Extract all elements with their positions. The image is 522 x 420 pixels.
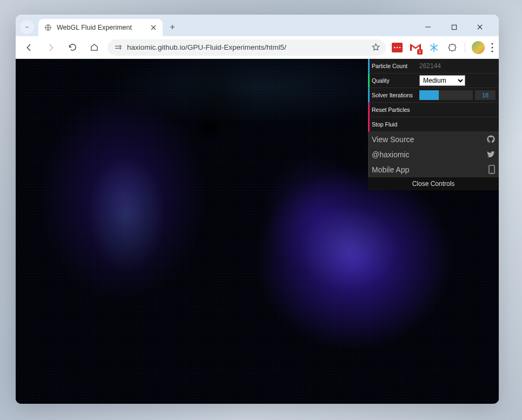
arrow-right-icon xyxy=(46,43,56,52)
page-content[interactable]: Particle Count 262144 Quality Medium Sol… xyxy=(16,59,499,404)
browser-tab[interactable]: WebGL Fluid Experiment xyxy=(38,19,163,36)
twitter-icon xyxy=(486,150,496,159)
address-bar[interactable]: haxiomic.github.io/GPU-Fluid-Experiments… xyxy=(108,39,386,56)
badge-count: 1 xyxy=(417,49,423,55)
github-icon xyxy=(486,135,496,144)
close-icon xyxy=(151,25,156,30)
profile-avatar[interactable] xyxy=(472,41,485,54)
back-button[interactable] xyxy=(21,39,37,56)
reset-particles-button[interactable]: Reset Particles xyxy=(368,103,499,117)
control-quality: Quality Medium xyxy=(368,74,499,88)
svg-point-5 xyxy=(394,46,396,48)
controls-panel: Particle Count 262144 Quality Medium Sol… xyxy=(368,59,499,190)
star-icon xyxy=(371,43,380,52)
control-label: Solver Iterations xyxy=(372,92,419,98)
control-label: Quality xyxy=(372,77,419,84)
svg-point-6 xyxy=(397,46,398,48)
extension-snowflake[interactable] xyxy=(428,42,440,54)
extension-gmail[interactable]: 1 xyxy=(410,42,421,54)
reload-button[interactable] xyxy=(64,39,81,56)
particle-count-value: 262144 xyxy=(419,62,496,70)
mobile-app-link[interactable]: Mobile App xyxy=(368,162,499,177)
control-label: Particle Count xyxy=(372,63,419,69)
solver-slider[interactable] xyxy=(419,90,473,100)
tab-strip: WebGL Fluid Experiment xyxy=(16,15,499,36)
tab-title: WebGL Fluid Experiment xyxy=(57,24,132,31)
puzzle-icon xyxy=(447,43,457,52)
stop-fluid-button[interactable]: Stop Fluid xyxy=(368,117,499,132)
svg-point-8 xyxy=(491,43,493,44)
quality-select[interactable]: Medium xyxy=(419,75,465,86)
svg-point-12 xyxy=(491,172,492,173)
browser-menu-button[interactable] xyxy=(491,43,493,52)
extensions-button[interactable] xyxy=(446,42,458,54)
snowflake-icon xyxy=(429,42,439,53)
slider-fill xyxy=(419,90,439,100)
close-tab-button[interactable] xyxy=(150,24,157,31)
globe-icon xyxy=(44,23,52,32)
arrow-left-icon xyxy=(24,43,34,52)
home-button[interactable] xyxy=(86,39,102,56)
svg-point-7 xyxy=(399,46,401,48)
minimize-button[interactable] xyxy=(419,19,437,35)
dots-vertical-icon xyxy=(491,43,493,52)
bookmark-button[interactable] xyxy=(371,43,380,52)
svg-point-9 xyxy=(491,46,493,48)
svg-point-3 xyxy=(119,48,121,49)
separator xyxy=(465,42,465,53)
svg-point-2 xyxy=(119,45,121,47)
svg-point-10 xyxy=(491,50,493,52)
extension-lastpass[interactable] xyxy=(391,42,403,54)
reload-icon xyxy=(68,43,77,52)
close-window-button[interactable] xyxy=(471,19,489,35)
window-controls xyxy=(419,19,494,35)
control-particle-count: Particle Count 262144 xyxy=(368,59,499,74)
browser-window: WebGL Fluid Experiment haxiomic.github.i… xyxy=(16,15,499,404)
home-icon xyxy=(90,43,99,52)
tab-search-button[interactable] xyxy=(20,20,34,34)
solver-value-input[interactable] xyxy=(475,90,496,100)
extensions-row: 1 xyxy=(391,41,493,54)
toolbar: haxiomic.github.io/GPU-Fluid-Experiments… xyxy=(16,36,499,59)
twitter-link[interactable]: @haxiomic xyxy=(368,147,499,162)
phone-icon xyxy=(488,165,496,174)
site-settings-icon[interactable] xyxy=(113,43,123,52)
chevron-down-icon xyxy=(24,24,30,30)
url-text: haxiomic.github.io/GPU-Fluid-Experiments… xyxy=(127,43,286,51)
control-solver-iterations: Solver Iterations xyxy=(368,88,499,103)
new-tab-button[interactable] xyxy=(166,21,179,34)
forward-button[interactable] xyxy=(43,39,59,56)
view-source-link[interactable]: View Source xyxy=(368,132,499,147)
close-controls-button[interactable]: Close Controls xyxy=(368,177,499,190)
maximize-button[interactable] xyxy=(445,19,463,35)
plus-icon xyxy=(169,23,176,31)
svg-rect-1 xyxy=(452,25,456,29)
